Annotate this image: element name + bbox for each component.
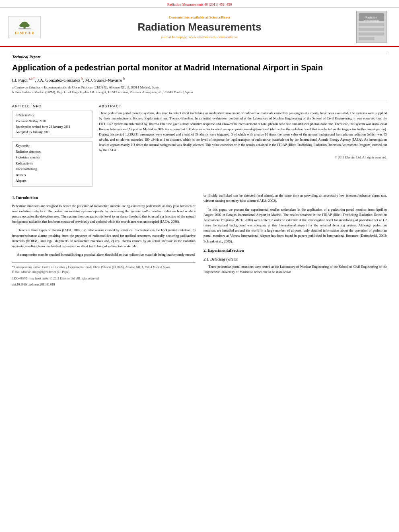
elsevier-wordmark: ELSEVIER [15,31,34,35]
svg-text:Radiation: Radiation [366,16,377,19]
journal-title-area: Contents lists available at ScienceDirec… [47,15,352,39]
issn-line: 1350-4487/$ – see front matter © 2011 El… [12,276,195,281]
article-type: Technical Report [12,52,387,59]
sciencedirect-link: Contents lists available at ScienceDirec… [47,15,352,19]
keywords-box: Keywords: Radiation detectors Pedestrian… [12,141,93,187]
keywords-label: Keywords: [16,144,89,148]
svg-rect-7 [359,23,384,26]
keywords-list: Radiation detectors Pedestrian monitor R… [16,149,89,184]
copyright-line: © 2011 Elsevier Ltd. All rights reserved… [99,156,387,159]
section2-title: 2. Experimental section [204,247,387,254]
journal-homepage: journal homepage: www.elsevier.com/locat… [47,35,352,39]
svg-rect-8 [359,28,384,31]
section2-1-title: 2.1. Detecting systems [204,257,387,263]
intro-para-2: There are three types of alarms (IAEA, 2… [12,228,195,249]
accepted-date: Accepted 25 January 2011 [16,129,89,135]
journal-name: Radiation Measurements [47,21,352,33]
elsevier-logo: ELSEVIER [8,16,41,38]
svg-text:Measurements: Measurements [364,19,379,22]
article-info-heading: ARTICLE INFO [12,104,93,108]
abstract-column: ABSTRACT Three pedestrian portal monitor… [99,104,387,187]
corresponding-author-note: * Corresponding author. Centro de Estudi… [12,265,195,270]
journal-citation: Radiation Measurements 46 (2011) 451–456 [0,0,399,8]
section2-para-1: Three pedestrian portal monitors were te… [204,264,387,275]
svg-rect-4 [19,28,31,29]
section1-title: 1. Introduction [12,195,195,201]
affiliations: a Centro de Estudios y Experimentación d… [12,85,387,95]
article-info-column: ARTICLE INFO Article history: Received 2… [12,104,93,187]
keyword-2: Pedestrian monitor [16,155,89,160]
intro-para-right-1: or illicitly trafficked can be detected … [204,193,387,203]
intro-para-1: Pedestrian monitors are designed to dete… [12,203,195,225]
abstract-heading: ABSTRACT [99,104,387,108]
email-note: E-mail address: luis.pujol@cedex.es (Ll.… [12,270,195,275]
authors: Ll. Pujol a,b,*, J.A. Gonzalez-Gonzalez … [12,77,387,82]
keyword-6: Airports [16,178,89,184]
cover-image-area: Radiation Measurements [356,11,393,43]
svg-point-2 [20,24,24,27]
journal-banner: ELSEVIER Contents lists available at Sci… [0,8,399,47]
svg-rect-10 [359,37,374,40]
keyword-4: Illicit trafficking [16,166,89,172]
keyword-5: Borders [16,173,89,178]
intro-para-right-2: In this paper, we present the experiment… [204,207,387,244]
svg-rect-9 [359,33,384,36]
keyword-3: Radioactivity [16,161,89,166]
body-content: 1. Introduction Pedestrian monitors are … [12,193,387,287]
svg-point-3 [26,24,30,27]
doi-line: doi:10.1016/j.radmeas.2011.01.018 [12,282,195,287]
affiliation-a: a Centro de Estudios y Experimentación d… [12,85,387,90]
history-label: Article history: [16,113,89,117]
keyword-1: Radiation detectors [16,149,89,155]
main-content: Technical Report Application of a pedest… [0,47,399,295]
footnote-area: * Corresponding author. Centro de Estudi… [12,262,195,287]
abstract-text: Three pedestrian portal monitor systems,… [99,111,387,153]
revised-date: Received in revised form 21 January 2011 [16,124,89,130]
article-metadata-section: ARTICLE INFO Article history: Received 2… [12,100,387,187]
author-list: Ll. Pujol a,b,*, J.A. Gonzalez-Gonzalez … [12,78,125,82]
body-left-column: 1. Introduction Pedestrian monitors are … [12,193,195,287]
journal-cover: Radiation Measurements [356,11,387,43]
received-date: Received 28 May 2010 [16,119,89,124]
body-right-column: or illicitly trafficked can be detected … [204,193,387,287]
paper-title: Application of a pedestrian portal monit… [12,62,387,73]
article-history-box: Article history: Received 28 May 2010 Re… [12,111,93,138]
intro-para-3: A compromise must be reached in establis… [12,252,195,257]
publisher-logo-area: ELSEVIER [6,16,43,38]
affiliation-b: b Univ Politecn Madrid (UPM), Dept Civil… [12,90,387,95]
